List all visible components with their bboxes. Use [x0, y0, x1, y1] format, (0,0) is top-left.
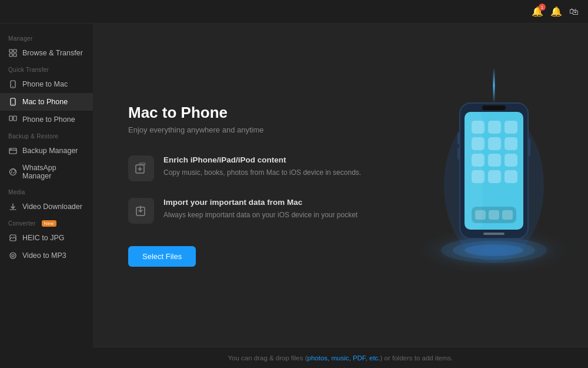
sidebar-item-phone-to-mac[interactable]: Phone to Mac — [0, 75, 93, 93]
whatsapp-icon — [8, 167, 18, 177]
svg-rect-0 — [9, 49, 12, 52]
svg-rect-9 — [14, 116, 16, 121]
video-to-mp3-label: Video to MP3 — [22, 251, 66, 260]
sidebar-section-quick-transfer: Quick Transfer — [0, 62, 93, 75]
page-title: Mac to Phone — [128, 104, 410, 122]
import-data-icon — [128, 198, 154, 224]
svg-rect-49 — [457, 132, 460, 144]
sidebar-section-converter: Converter New — [0, 216, 93, 229]
content-area: Mac to Phone Enjoy everything anywhere a… — [93, 24, 588, 368]
sidebar-section-media: Media — [0, 184, 93, 198]
svg-rect-8 — [9, 116, 12, 121]
content-body: Mac to Phone Enjoy everything anywhere a… — [93, 24, 588, 347]
phone-to-phone-label: Phone to Phone — [22, 115, 75, 124]
backup-manager-icon — [8, 146, 18, 155]
video-mp3-icon — [8, 251, 18, 260]
svg-point-17 — [12, 254, 14, 257]
heic-jpg-icon — [8, 233, 18, 243]
sidebar-item-browse-transfer[interactable]: Browse & Transfer — [0, 44, 93, 62]
sidebar-item-backup-manager[interactable]: Backup Manager — [0, 142, 93, 160]
svg-point-16 — [10, 253, 16, 258]
video-downloader-label: Video Downloader — [22, 203, 82, 211]
svg-rect-46 — [483, 233, 505, 235]
file-types-link[interactable]: photos, music, PDF, etc. — [308, 354, 380, 362]
page-subtitle: Enjoy everything anywhere and anytime — [128, 125, 410, 134]
svg-rect-32 — [505, 121, 517, 134]
feature-import-data: Import your important data from Mac Alwa… — [128, 198, 410, 224]
bottom-bar: You can drag & drop files (photos, music… — [93, 347, 588, 368]
phone-svg-wrapper — [423, 91, 564, 268]
cart-icon[interactable]: 🛍 — [569, 6, 579, 17]
heic-to-jpg-label: HEIC to JPG — [22, 234, 65, 242]
phone-to-mac-icon — [8, 79, 18, 89]
enrich-content-icon — [128, 155, 154, 181]
svg-rect-48 — [528, 138, 530, 156]
sidebar-item-video-downloader[interactable]: Video Downloader — [0, 198, 93, 216]
notification-badge: 1 — [539, 4, 546, 11]
svg-rect-41 — [505, 170, 517, 183]
mac-to-phone-label: Mac to Phone — [22, 98, 68, 106]
browse-transfer-icon — [8, 48, 18, 58]
notification-icon[interactable]: 🔔 1 — [532, 6, 543, 17]
phone-to-mac-label: Phone to Mac — [22, 80, 68, 88]
enrich-content-text: Enrich iPhone/iPad/iPod content Copy mus… — [163, 155, 361, 178]
svg-point-7 — [12, 104, 14, 105]
svg-rect-51 — [465, 112, 482, 230]
sidebar-section-manager: Manager — [0, 31, 93, 44]
svg-rect-45 — [502, 210, 513, 220]
import-data-desc: Always keep important data on your iOS d… — [163, 210, 358, 220]
svg-rect-38 — [505, 154, 517, 167]
bell-icon[interactable]: 🔔 — [550, 6, 562, 17]
top-bar: 🔔 1 🔔 🛍 — [0, 0, 588, 24]
import-data-text: Import your important data from Mac Alwa… — [163, 198, 358, 220]
svg-rect-2 — [9, 54, 12, 57]
svg-point-5 — [12, 86, 14, 87]
browse-transfer-label: Browse & Transfer — [22, 49, 83, 57]
sidebar-item-phone-to-phone[interactable]: Phone to Phone — [0, 111, 93, 128]
sidebar-item-heic-to-jpg[interactable]: HEIC to JPG — [0, 229, 93, 247]
phone-to-phone-icon — [8, 115, 18, 124]
sidebar-item-mac-to-phone[interactable]: Mac to Phone — [0, 93, 93, 111]
sidebar: Manager Browse & Transfer Quick Transfer — [0, 24, 93, 368]
svg-rect-37 — [488, 154, 501, 167]
mac-to-phone-icon — [8, 97, 18, 107]
svg-rect-44 — [489, 210, 499, 220]
bottom-text: You can drag & drop files (photos, music… — [228, 354, 453, 362]
phone-illustration — [423, 91, 564, 280]
svg-rect-31 — [488, 121, 501, 134]
svg-rect-47 — [482, 105, 506, 110]
svg-rect-35 — [505, 137, 517, 150]
svg-point-12 — [11, 149, 12, 150]
feature-enrich-content: Enrich iPhone/iPad/iPod content Copy mus… — [128, 155, 410, 181]
converter-new-badge: New — [42, 220, 56, 227]
svg-rect-1 — [14, 49, 16, 52]
video-downloader-icon — [8, 202, 18, 211]
backup-manager-label: Backup Manager — [22, 147, 78, 155]
svg-rect-21 — [139, 163, 145, 165]
svg-rect-34 — [488, 137, 501, 150]
enrich-content-title: Enrich iPhone/iPad/iPod content — [163, 155, 361, 164]
whatsapp-manager-label: WhatsApp Manager — [22, 164, 85, 180]
svg-rect-3 — [14, 54, 16, 57]
sidebar-item-whatsapp-manager[interactable]: WhatsApp Manager — [0, 160, 93, 184]
svg-rect-40 — [488, 170, 501, 183]
left-section: Mac to Phone Enjoy everything anywhere a… — [128, 104, 410, 267]
sidebar-item-video-to-mp3[interactable]: Video to MP3 — [0, 247, 93, 264]
enrich-content-desc: Copy music, books, photos from Mac to iO… — [163, 167, 361, 178]
main-layout: Manager Browse & Transfer Quick Transfer — [0, 24, 588, 368]
import-data-title: Import your important data from Mac — [163, 198, 358, 207]
sidebar-section-backup: Backup & Restore — [0, 128, 93, 142]
svg-rect-50 — [457, 148, 460, 160]
select-files-button[interactable]: Select Files — [128, 246, 196, 267]
